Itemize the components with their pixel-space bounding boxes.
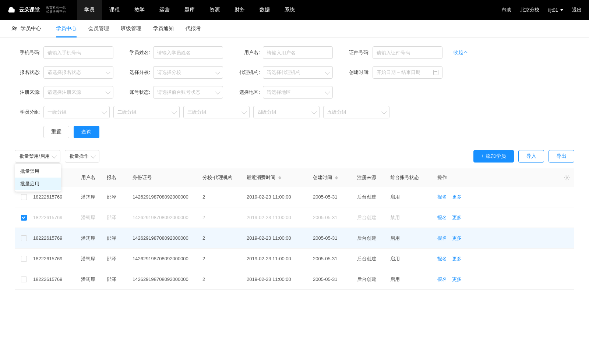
cell-source: 后台创建 [357, 276, 390, 283]
query-button[interactable]: 查询 [74, 126, 99, 138]
gear-icon[interactable] [564, 175, 570, 181]
add-student-button[interactable]: + 添加学员 [473, 150, 514, 163]
row-checkbox[interactable] [21, 215, 27, 221]
logout-link[interactable]: 退出 [572, 7, 582, 13]
help-link[interactable]: 帮助 [502, 7, 511, 13]
nav-item[interactable]: 系统 [277, 0, 302, 20]
col-username: 用户名 [81, 174, 107, 181]
status-label: 报名状态: [15, 69, 40, 76]
cell-status: 启用 [390, 256, 434, 262]
chevron-down-icon [325, 69, 330, 75]
row-checkbox[interactable] [21, 276, 27, 282]
batch-enable-item[interactable]: 批量启用 [15, 178, 61, 190]
cell-user: 潘筠厚 [81, 194, 107, 200]
username-label: 用户名: [234, 49, 260, 56]
name-label: 学员姓名: [124, 49, 150, 56]
chevron-down-icon [381, 109, 387, 114]
name-input[interactable] [153, 46, 223, 59]
nav-item[interactable]: 资源 [202, 0, 227, 20]
agency-label: 代理机构: [234, 69, 260, 76]
username-input[interactable] [263, 46, 333, 59]
sub-nav-title: 学员中心 [11, 25, 41, 32]
signup-link[interactable]: 报名 [437, 276, 447, 283]
export-button[interactable]: 导出 [549, 150, 574, 163]
more-link[interactable]: 更多 [452, 214, 462, 221]
logo: 云朵课堂 教育机构一站 式服务云平台 [7, 6, 66, 14]
batch-ops-dropdown[interactable]: 批量操作 [65, 150, 99, 163]
chevron-down-icon [215, 89, 220, 94]
user-menu[interactable]: lijt01 [548, 7, 563, 13]
logo-text: 云朵课堂 [19, 7, 40, 13]
sub-nav-item[interactable]: 学员通知 [153, 20, 174, 38]
batch-disable-item[interactable]: 批量禁用 [15, 165, 61, 178]
row-checkbox[interactable] [21, 194, 27, 200]
nav-item[interactable]: 教学 [127, 0, 152, 20]
region-select[interactable]: 请选择地区 [263, 86, 333, 99]
batch-toggle-dropdown[interactable]: 批量禁用/启用 [15, 150, 60, 163]
group-select[interactable]: 二级分组 [113, 106, 180, 118]
table-header: 用户名 报名 身份证号 分校-代理机构 最近消费时间 创建时间 注册来源 前台账… [15, 168, 574, 187]
group-select[interactable]: 四级分组 [253, 106, 320, 118]
cell-reg: 邵泽 [107, 194, 133, 200]
cell-source: 后台创建 [357, 256, 390, 262]
cell-create: 2005-05-31 [313, 276, 357, 282]
col-create[interactable]: 创建时间 [313, 174, 357, 181]
cell-user: 潘筠厚 [81, 235, 107, 242]
nav-right: 帮助 北京分校 lijt01 退出 [502, 7, 582, 13]
col-action: 操作 [434, 174, 560, 181]
calendar-icon [433, 70, 438, 75]
cell-id: 142629198708092000000 [133, 235, 202, 241]
school-select[interactable]: 请选择分校 [153, 66, 223, 79]
cell-user: 潘筠厚 [81, 256, 107, 262]
nav-item[interactable]: 财务 [227, 0, 252, 20]
phone-input[interactable] [43, 46, 113, 59]
cell-create: 2005-05-31 [313, 256, 357, 261]
acct-select[interactable]: 请选择前台账号状态 [153, 86, 223, 99]
signup-link[interactable]: 报名 [437, 256, 447, 262]
collapse-toggle[interactable]: 收起 [454, 49, 468, 56]
status-select[interactable]: 请选择报名状态 [43, 66, 113, 79]
source-select[interactable]: 请选择注册来源 [43, 86, 113, 99]
sub-nav-item[interactable]: 学员中心 [56, 20, 77, 38]
cell-phone: 18222615769 [33, 194, 81, 200]
more-link[interactable]: 更多 [452, 276, 462, 283]
school-label: 选择分校: [124, 69, 150, 76]
group-select[interactable]: 三级分组 [183, 106, 250, 118]
signup-link[interactable]: 报名 [437, 214, 447, 221]
signup-link[interactable]: 报名 [437, 194, 447, 200]
table-row: 18222615769 潘筠厚 邵泽 142629198708092000000… [15, 207, 574, 228]
nav-item[interactable]: 课程 [102, 0, 127, 20]
idcard-input[interactable] [373, 46, 442, 59]
chevron-down-icon [215, 69, 220, 75]
nav-item[interactable]: 学员 [77, 0, 102, 20]
table-toolbar: 批量禁用/启用 批量禁用 批量启用 批量操作 + 添加学员 导入 导出 [0, 147, 589, 165]
nav-item[interactable]: 运营 [152, 0, 177, 20]
row-checkbox[interactable] [21, 256, 27, 262]
chevron-down-icon [325, 89, 330, 94]
sub-nav-item[interactable]: 代报考 [186, 20, 201, 38]
row-checkbox[interactable] [21, 235, 27, 241]
branch-label[interactable]: 北京分校 [520, 7, 539, 13]
col-spend[interactable]: 最近消费时间 [247, 174, 313, 181]
reset-button[interactable]: 重置 [43, 126, 69, 138]
nav-item[interactable]: 题库 [177, 0, 202, 20]
svg-point-2 [566, 177, 568, 178]
cell-id: 142629198708092000000 [133, 256, 202, 261]
cell-reg: 邵泽 [107, 235, 133, 242]
group-select[interactable]: 五级分组 [323, 106, 389, 118]
create-label: 创建时间: [344, 69, 370, 76]
cell-status: 启用 [390, 276, 434, 283]
import-button[interactable]: 导入 [518, 150, 544, 163]
agency-select[interactable]: 请选择代理机构 [263, 66, 333, 79]
nav-item[interactable]: 数据 [252, 0, 277, 20]
signup-link[interactable]: 报名 [437, 235, 447, 242]
more-link[interactable]: 更多 [452, 235, 462, 242]
date-range-input[interactable]: 开始日期 ~ 结束日期 [373, 66, 442, 79]
more-link[interactable]: 更多 [452, 256, 462, 262]
more-link[interactable]: 更多 [452, 194, 462, 200]
sub-nav-item[interactable]: 班级管理 [121, 20, 141, 38]
cell-reg: 邵泽 [107, 276, 133, 283]
sub-nav-item[interactable]: 会员管理 [88, 20, 109, 38]
col-idno: 身份证号 [133, 174, 202, 181]
group-select[interactable]: 一级分组 [43, 106, 110, 118]
